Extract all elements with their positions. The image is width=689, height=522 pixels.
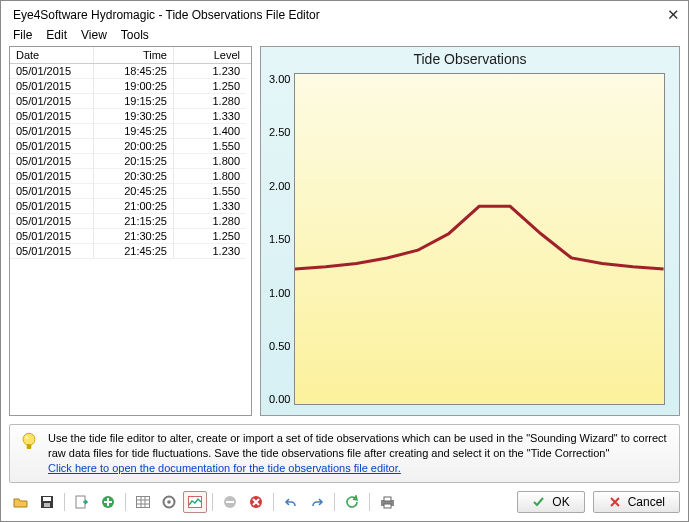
cell-date: 05/01/2015 (10, 109, 94, 124)
cell-date: 05/01/2015 (10, 79, 94, 94)
y-tick: 1.50 (269, 233, 290, 245)
redo-button[interactable] (305, 491, 329, 513)
chart-title: Tide Observations (261, 47, 679, 73)
print-button[interactable] (375, 491, 399, 513)
remove-button[interactable] (218, 491, 242, 513)
col-header-date[interactable]: Date (10, 47, 94, 63)
ok-button[interactable]: OK (517, 491, 584, 513)
svg-rect-17 (384, 504, 391, 508)
cell-level: 1.800 (174, 169, 246, 184)
chart-view-button[interactable] (183, 491, 207, 513)
delete-button[interactable] (244, 491, 268, 513)
cell-time: 19:15:25 (94, 94, 174, 109)
info-text: Use the tide file editor to alter, creat… (48, 432, 667, 459)
cell-time: 21:15:25 (94, 214, 174, 229)
table-row[interactable]: 05/01/201521:45:251.230 (10, 244, 251, 259)
cell-date: 05/01/2015 (10, 229, 94, 244)
table-row[interactable]: 05/01/201518:45:251.230 (10, 64, 251, 79)
ok-label: OK (552, 495, 569, 509)
menu-file[interactable]: File (13, 28, 32, 42)
cell-time: 18:45:25 (94, 64, 174, 79)
menu-edit[interactable]: Edit (46, 28, 67, 42)
chart-icon (188, 496, 202, 508)
cell-level: 1.280 (174, 214, 246, 229)
minus-circle-icon (223, 495, 237, 509)
table-row[interactable]: 05/01/201519:30:251.330 (10, 109, 251, 124)
toolbar (9, 491, 399, 513)
cell-time: 19:00:25 (94, 79, 174, 94)
table-row[interactable]: 05/01/201521:15:251.280 (10, 214, 251, 229)
cell-time: 19:30:25 (94, 109, 174, 124)
printer-icon (380, 496, 395, 509)
cell-date: 05/01/2015 (10, 94, 94, 109)
grid-button[interactable] (131, 491, 155, 513)
cell-level: 1.800 (174, 154, 246, 169)
table-row[interactable]: 05/01/201521:30:251.250 (10, 229, 251, 244)
cell-date: 05/01/2015 (10, 199, 94, 214)
table-row[interactable]: 05/01/201521:00:251.330 (10, 199, 251, 214)
cell-date: 05/01/2015 (10, 244, 94, 259)
table-row[interactable]: 05/01/201520:15:251.800 (10, 154, 251, 169)
cell-time: 19:45:25 (94, 124, 174, 139)
settings-button[interactable] (157, 491, 181, 513)
plus-circle-icon (101, 495, 115, 509)
cell-date: 05/01/2015 (10, 169, 94, 184)
info-doc-link[interactable]: Click here to open the documentation for… (48, 462, 401, 474)
svg-rect-4 (43, 497, 51, 501)
cell-time: 20:00:25 (94, 139, 174, 154)
cell-level: 1.550 (174, 184, 246, 199)
cell-time: 21:30:25 (94, 229, 174, 244)
table-row[interactable]: 05/01/201519:00:251.250 (10, 79, 251, 94)
cell-date: 05/01/2015 (10, 139, 94, 154)
cell-level: 1.230 (174, 64, 246, 79)
menu-view[interactable]: View (81, 28, 107, 42)
check-icon (532, 495, 546, 509)
chart-pane: Tide Observations 3.002.502.001.501.000.… (260, 46, 680, 416)
cell-level: 1.250 (174, 79, 246, 94)
cell-time: 21:00:25 (94, 199, 174, 214)
cell-level: 1.330 (174, 109, 246, 124)
floppy-disk-icon (40, 495, 54, 509)
undo-button[interactable] (279, 491, 303, 513)
svg-point-2 (25, 437, 28, 440)
col-header-time[interactable]: Time (94, 47, 174, 63)
cancel-button[interactable]: Cancel (593, 491, 680, 513)
undo-icon (284, 496, 298, 508)
document-import-icon (75, 495, 90, 509)
cell-level: 1.230 (174, 244, 246, 259)
open-button[interactable] (9, 491, 33, 513)
info-box: Use the tide file editor to alter, creat… (9, 424, 680, 483)
add-button[interactable] (96, 491, 120, 513)
cross-circle-icon (249, 495, 263, 509)
cancel-label: Cancel (628, 495, 665, 509)
cell-level: 1.550 (174, 139, 246, 154)
observations-table[interactable]: Date Time Level 05/01/201518:45:251.2300… (9, 46, 252, 416)
svg-rect-16 (384, 497, 391, 501)
col-header-level[interactable]: Level (174, 47, 246, 63)
table-row[interactable]: 05/01/201520:45:251.550 (10, 184, 251, 199)
y-tick: 3.00 (269, 73, 290, 85)
cell-date: 05/01/2015 (10, 124, 94, 139)
gear-icon (162, 495, 176, 509)
cell-level: 1.280 (174, 94, 246, 109)
table-row[interactable]: 05/01/201520:00:251.550 (10, 139, 251, 154)
table-row[interactable]: 05/01/201520:30:251.800 (10, 169, 251, 184)
chart-plot (294, 73, 665, 405)
cell-time: 20:45:25 (94, 184, 174, 199)
import-button[interactable] (70, 491, 94, 513)
y-tick: 0.50 (269, 340, 290, 352)
folder-open-icon (13, 495, 29, 509)
save-button[interactable] (35, 491, 59, 513)
cell-date: 05/01/2015 (10, 184, 94, 199)
table-row[interactable]: 05/01/201519:15:251.280 (10, 94, 251, 109)
table-row[interactable]: 05/01/201519:45:251.400 (10, 124, 251, 139)
cell-time: 21:45:25 (94, 244, 174, 259)
cell-date: 05/01/2015 (10, 214, 94, 229)
menu-tools[interactable]: Tools (121, 28, 149, 42)
cell-time: 20:30:25 (94, 169, 174, 184)
cell-date: 05/01/2015 (10, 154, 94, 169)
close-icon[interactable]: ✕ (667, 7, 680, 22)
y-tick: 2.00 (269, 180, 290, 192)
refresh-button[interactable] (340, 491, 364, 513)
svg-point-0 (23, 434, 35, 446)
